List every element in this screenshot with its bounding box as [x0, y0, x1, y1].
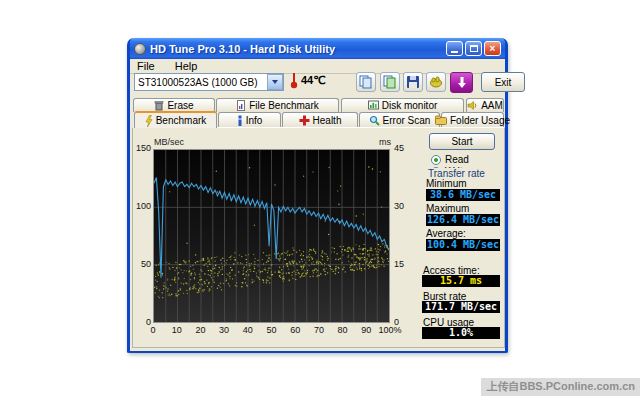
window-title: HD Tune Pro 3.10 - Hard Disk Utility: [150, 43, 446, 55]
magnifier-icon: [369, 115, 380, 126]
combo-dropdown-button[interactable]: [267, 74, 283, 90]
tab-label: Benchmark: [156, 115, 207, 126]
trash-icon: [154, 100, 164, 111]
save-icon: [406, 75, 420, 89]
radio-read-icon[interactable]: [431, 155, 441, 165]
client-area: File Help ST31000523AS (1000 GB) 44℃: [130, 59, 505, 351]
exit-button[interactable]: Exit: [481, 72, 525, 92]
tab-label: File Benchmark: [249, 100, 318, 111]
average-label: Average:: [426, 228, 466, 239]
copy-report-icon: [383, 75, 397, 89]
copy-text-button[interactable]: [380, 72, 400, 92]
drive-select-value: ST31000523AS (1000 GB): [135, 77, 267, 88]
radio-read-label: Read: [445, 154, 469, 165]
hdtune-window: HD Tune Pro 3.10 - Hard Disk Utility × F…: [127, 38, 508, 353]
benchmark-chart: [153, 149, 390, 323]
tab-label: Error Scan: [383, 115, 431, 126]
access-time-value: 15.7 ms: [422, 275, 500, 287]
x-tick: 100%: [375, 325, 405, 335]
y-left-unit: MB/sec: [154, 137, 184, 147]
save-button[interactable]: [403, 72, 423, 92]
file-chart-icon: [236, 100, 246, 111]
y-left-tick: 150: [133, 143, 151, 153]
minimize-button[interactable]: [446, 41, 463, 56]
tab-error-scan[interactable]: Error Scan: [359, 112, 440, 127]
copy-screenshot-button[interactable]: [356, 72, 376, 92]
temperature-value: 44℃: [301, 74, 326, 87]
start-button[interactable]: Start: [429, 133, 495, 150]
tab-label: Info: [246, 115, 263, 126]
radio-read[interactable]: Read: [431, 154, 469, 165]
screenshot-canvas: HD Tune Pro 3.10 - Hard Disk Utility × F…: [0, 0, 640, 400]
minimum-label: Minimum: [426, 178, 467, 189]
y-left-tick: 100: [133, 201, 151, 211]
y-right-unit: ms: [379, 137, 391, 147]
capture-button[interactable]: [450, 72, 473, 93]
y-right-tick: 45: [394, 143, 414, 153]
maximum-value: 126.4 MB/sec: [426, 214, 500, 226]
maximum-label: Maximum: [426, 203, 469, 214]
tab-folder-usage[interactable]: Folder Usage: [441, 112, 504, 127]
temperature-indicator: 44℃: [290, 72, 326, 89]
chevron-down-icon: [272, 80, 278, 84]
lightning-icon: [145, 115, 153, 127]
info-icon: [237, 115, 243, 126]
cpu-usage-value: 1.0%: [422, 327, 500, 339]
monitor-chart-icon: [368, 100, 379, 111]
maximize-button[interactable]: [465, 41, 482, 56]
tab-health[interactable]: Health: [282, 112, 358, 127]
title-bar[interactable]: HD Tune Pro 3.10 - Hard Disk Utility ×: [130, 38, 505, 59]
y-left-tick: 50: [133, 259, 151, 269]
speaker-icon: [467, 100, 478, 111]
y-right-tick: 15: [394, 259, 414, 269]
menu-file[interactable]: File: [134, 60, 158, 72]
down-arrow-icon: [456, 76, 468, 89]
tab-label: AAM: [481, 100, 503, 111]
options-button[interactable]: [426, 72, 446, 92]
app-icon: [134, 43, 146, 55]
drive-select[interactable]: ST31000523AS (1000 GB): [134, 73, 284, 91]
tab-benchmark[interactable]: Benchmark: [134, 111, 217, 128]
y-right-tick: 30: [394, 201, 414, 211]
tab-disk-monitor[interactable]: Disk monitor: [341, 98, 464, 112]
folder-icon: [435, 115, 447, 125]
tab-erase[interactable]: Erase: [133, 98, 215, 112]
tab-label: Folder Usage: [450, 115, 510, 126]
health-cross-icon: [299, 115, 310, 126]
menu-help[interactable]: Help: [172, 60, 201, 72]
tab-aam[interactable]: AAM: [466, 98, 504, 112]
tab-label: Erase: [167, 100, 193, 111]
hand-icon: [429, 75, 443, 89]
tab-label: Disk monitor: [382, 100, 438, 111]
burst-rate-value: 171.7 MB/sec: [422, 301, 500, 313]
thermometer-icon: [290, 72, 298, 89]
tab-info[interactable]: Info: [218, 112, 281, 127]
close-button[interactable]: ×: [484, 41, 501, 56]
chart-plot-svg: [154, 150, 389, 322]
average-value: 100.4 MB/sec: [426, 239, 500, 251]
watermark: 上传自BBS.PConline.com.cn: [481, 378, 640, 396]
tab-file-benchmark[interactable]: File Benchmark: [216, 98, 339, 112]
benchmark-page: MB/sec ms 150100500453015001020304050607…: [132, 127, 505, 348]
tab-label: Health: [313, 115, 342, 126]
minimum-value: 38.6 MB/sec: [426, 189, 500, 201]
copy-icon: [359, 75, 373, 89]
